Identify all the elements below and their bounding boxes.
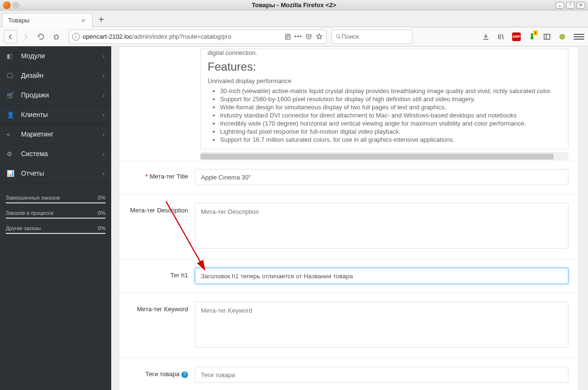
feature-item: 30-inch (viewable) active-matrix liquid … — [220, 87, 561, 95]
page-actions-icon[interactable]: ••• — [294, 33, 302, 41]
download-notify-icon[interactable]: ⬇! — [526, 32, 537, 42]
stat-value: 0% — [98, 195, 105, 200]
form-panel: digital connection. Features: Unrivaled … — [119, 46, 578, 390]
extension-icon[interactable] — [557, 32, 567, 42]
search-box[interactable] — [331, 30, 412, 44]
feature-item: Support for 16.7 million saturated color… — [220, 136, 561, 143]
sidebar-label: Система — [21, 150, 103, 158]
search-icon — [336, 33, 342, 40]
desc-line: digital connection. — [201, 49, 568, 56]
sidebar-item-modules[interactable]: ◧ Модули › — [0, 46, 111, 66]
chevron-right-icon: › — [103, 131, 105, 138]
stat-processing: Заказов в процессе0% — [6, 210, 105, 219]
stat-value: 0% — [98, 210, 105, 216]
horizontal-scrollbar[interactable] — [200, 152, 568, 160]
row-meta-title: *Мета-тег Title — [119, 160, 578, 194]
chevron-right-icon: › — [103, 72, 105, 79]
sidebar-label: Маркетинг — [21, 130, 103, 138]
site-info-icon[interactable]: i — [72, 33, 80, 41]
progress-bar — [6, 233, 105, 234]
reload-button[interactable] — [34, 30, 48, 43]
feature-item: Industry standard DVI connector for dire… — [220, 112, 561, 119]
bookmark-star-icon[interactable] — [315, 33, 323, 41]
user-icon: 👤 — [7, 111, 15, 118]
puzzle-icon: ◧ — [7, 53, 15, 60]
chart-icon: 📊 — [7, 170, 15, 177]
back-button[interactable] — [4, 30, 17, 43]
progress-bar — [6, 202, 105, 203]
sidebar-item-system[interactable]: ⚙ Система › — [0, 144, 111, 164]
chevron-right-icon: › — [103, 150, 105, 158]
description-editor[interactable]: digital connection. Features: Unrivaled … — [200, 49, 568, 149]
admin-sidebar: ◧ Модули › 🖵 Дизайн › 🛒 Продажи › 👤 Клие… — [0, 46, 111, 390]
tab-label: Товары — [8, 17, 30, 24]
gear-icon: ⚙ — [7, 150, 15, 158]
sidebar-stats: Завершенных заказов0% Заказов в процессе… — [6, 195, 105, 241]
row-tags: Теги товара? — [119, 358, 578, 390]
label-meta-title: *Мета-тег Title — [119, 169, 195, 185]
home-button[interactable] — [50, 30, 63, 43]
help-icon[interactable]: ? — [181, 371, 188, 378]
textarea-meta-description[interactable] — [195, 203, 568, 249]
url-text: opencart-2102.loc/admin/index.php?route=… — [83, 33, 281, 40]
feature-list: 30-inch (viewable) active-matrix liquid … — [220, 87, 561, 143]
chevron-right-icon: › — [103, 111, 105, 118]
adblock-icon[interactable]: ABP — [511, 32, 522, 42]
textarea-meta-keyword[interactable] — [195, 302, 568, 348]
chevron-right-icon: › — [103, 53, 105, 60]
url-bar[interactable]: i opencart-2102.loc/admin/index.php?rout… — [69, 30, 326, 44]
window-title: Товары - Mozilla Firefox <2> — [0, 1, 588, 9]
feature-item: Support for 2560-by-1600 pixel resolutio… — [220, 95, 561, 103]
svg-rect-2 — [544, 34, 550, 39]
sidebar-item-customers[interactable]: 👤 Клиенты › — [0, 105, 111, 125]
content-area: digital connection. Features: Unrivaled … — [111, 46, 588, 390]
sidebar-label: Отчеты — [21, 169, 103, 177]
share-icon: < — [7, 131, 15, 138]
desc-subheading: Unrivaled display performance — [208, 77, 561, 84]
search-input[interactable] — [342, 33, 408, 40]
tab-strip: Товары × + — [0, 11, 588, 27]
close-tab-button[interactable]: × — [79, 16, 87, 24]
sidebar-item-reports[interactable]: 📊 Отчеты › — [0, 164, 111, 183]
new-tab-button[interactable]: + — [94, 13, 108, 26]
input-meta-title[interactable] — [195, 169, 568, 185]
label-meta-keyword: Мета-тег Keyword — [119, 302, 195, 349]
stat-value: 0% — [98, 225, 105, 231]
stat-label: Завершенных заказов — [6, 195, 60, 200]
reader-icon[interactable] — [284, 33, 292, 41]
cart-icon: 🛒 — [7, 92, 15, 99]
pocket-icon[interactable] — [305, 33, 313, 41]
label-meta-description: Мета-тег Description — [119, 203, 195, 250]
svg-point-3 — [559, 34, 565, 40]
input-tags[interactable] — [195, 367, 568, 383]
desc-heading: Features: — [208, 60, 561, 74]
feature-item: Incredibly wide (170 degree) horizontal … — [220, 120, 561, 127]
svg-point-1 — [336, 34, 339, 37]
row-tag-h1: Тег h1 — [119, 259, 578, 293]
downloads-icon[interactable] — [481, 32, 491, 42]
window-titlebar: Товары - Mozilla Firefox <2> ⌄ ⌃ ✕ — [0, 0, 588, 11]
scrollbar-thumb[interactable] — [200, 154, 554, 159]
sidebar-toggle-icon[interactable] — [542, 32, 552, 42]
chevron-right-icon: › — [103, 170, 105, 177]
sidebar-label: Модули — [21, 52, 103, 60]
close-window-button[interactable]: ✕ — [577, 2, 585, 9]
sidebar-label: Дизайн — [21, 72, 103, 79]
sidebar-item-sales[interactable]: 🛒 Продажи › — [0, 85, 111, 105]
row-meta-description: Мета-тег Description — [119, 194, 578, 259]
sidebar-label: Клиенты — [21, 111, 103, 118]
browser-tab[interactable]: Товары × — [2, 13, 93, 27]
library-icon[interactable] — [496, 32, 506, 42]
forward-button[interactable] — [19, 30, 32, 43]
label-tags: Теги товара? — [119, 367, 195, 383]
maximize-button[interactable]: ⌃ — [566, 2, 575, 9]
system-icon — [12, 2, 19, 9]
row-meta-keyword: Мета-тег Keyword — [119, 293, 578, 358]
stat-other: Другие заказы0% — [6, 225, 105, 234]
minimize-button[interactable]: ⌄ — [556, 2, 564, 9]
sidebar-item-design[interactable]: 🖵 Дизайн › — [0, 66, 111, 85]
input-tag-h1[interactable] — [195, 268, 568, 284]
menu-button[interactable] — [574, 32, 584, 42]
firefox-icon — [3, 1, 10, 9]
sidebar-item-marketing[interactable]: < Маркетинг › — [0, 125, 111, 144]
